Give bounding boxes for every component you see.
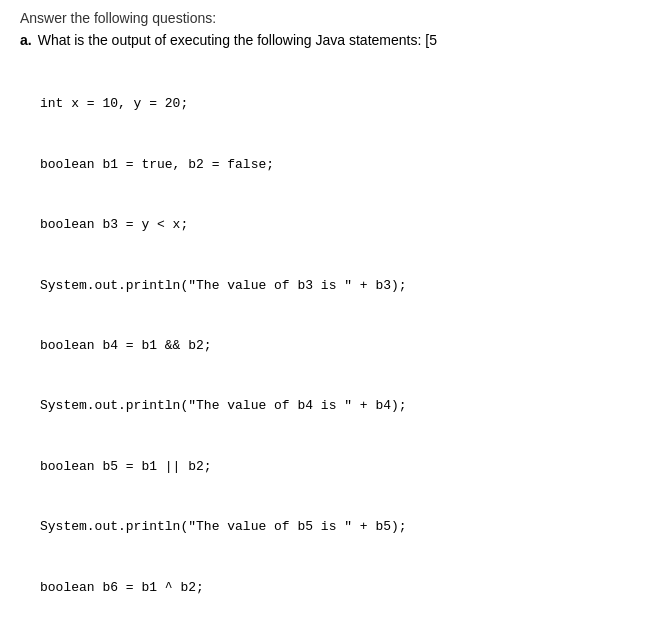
code-line-8: System.out.println("The value of b5 is "…	[40, 517, 652, 537]
code-line-7: boolean b5 = b1 || b2;	[40, 457, 652, 477]
question-a-text: What is the output of executing the foll…	[38, 32, 437, 48]
question-a-description: What is the output of executing the foll…	[38, 32, 422, 48]
code-line-3: boolean b3 = y < x;	[40, 215, 652, 235]
page-container: Answer the following questions: a. What …	[20, 10, 652, 619]
code-line-1: int x = 10, y = 20;	[40, 94, 652, 114]
code-line-5: boolean b4 = b1 && b2;	[40, 336, 652, 356]
code-line-9: boolean b6 = b1 ^ b2;	[40, 578, 652, 598]
code-line-6: System.out.println("The value of b4 is "…	[40, 396, 652, 416]
code-block: int x = 10, y = 20; boolean b1 = true, b…	[40, 54, 652, 619]
question-a: a. What is the output of executing the f…	[20, 32, 652, 619]
intro-text: Answer the following questions:	[20, 10, 652, 26]
question-a-label: a.	[20, 32, 32, 48]
code-line-2: boolean b1 = true, b2 = false;	[40, 155, 652, 175]
question-a-marks: [5	[425, 32, 437, 48]
code-line-4: System.out.println("The value of b3 is "…	[40, 276, 652, 296]
